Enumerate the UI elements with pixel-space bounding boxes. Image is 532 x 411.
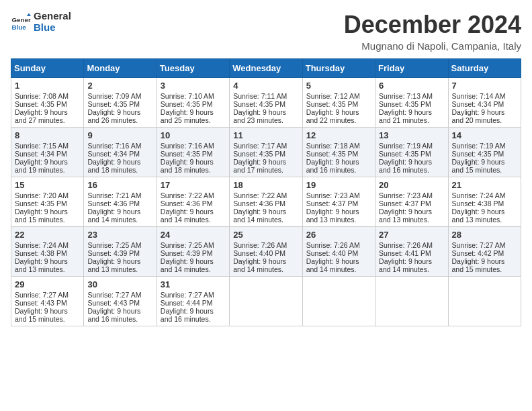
sunrise-text: Sunrise: 7:27 AM bbox=[15, 291, 69, 299]
sunset-text: Sunset: 4:35 PM bbox=[379, 100, 431, 108]
daylight-text: Daylight: 9 hours and 26 minutes. bbox=[87, 108, 140, 124]
daylight-text: Daylight: 9 hours and 14 minutes. bbox=[87, 208, 140, 224]
daylight-text: Daylight: 9 hours and 17 minutes. bbox=[233, 158, 286, 174]
calendar-cell: 24Sunrise: 7:25 AMSunset: 4:39 PMDayligh… bbox=[157, 227, 229, 277]
calendar-week-row: 15Sunrise: 7:20 AMSunset: 4:35 PMDayligh… bbox=[11, 177, 521, 227]
calendar-cell: 12Sunrise: 7:18 AMSunset: 4:35 PMDayligh… bbox=[302, 128, 375, 177]
sunset-text: Sunset: 4:35 PM bbox=[87, 100, 140, 108]
daylight-text: Daylight: 9 hours and 15 minutes. bbox=[15, 208, 68, 224]
calendar-cell: 7Sunrise: 7:14 AMSunset: 4:34 PMDaylight… bbox=[448, 78, 521, 128]
calendar-cell: 17Sunrise: 7:22 AMSunset: 4:36 PMDayligh… bbox=[157, 177, 229, 227]
day-number: 10 bbox=[161, 130, 226, 140]
day-number: 24 bbox=[161, 230, 226, 240]
sunrise-text: Sunrise: 7:22 AM bbox=[161, 191, 214, 199]
calendar-cell: 21Sunrise: 7:24 AMSunset: 4:38 PMDayligh… bbox=[448, 177, 521, 227]
svg-text:Blue: Blue bbox=[12, 23, 27, 30]
header-day-tuesday: Tuesday bbox=[157, 59, 229, 78]
calendar-cell bbox=[230, 277, 302, 326]
calendar-cell: 22Sunrise: 7:24 AMSunset: 4:38 PMDayligh… bbox=[11, 227, 84, 277]
sunset-text: Sunset: 4:35 PM bbox=[233, 100, 285, 108]
sunrise-text: Sunrise: 7:27 AM bbox=[87, 291, 141, 299]
daylight-text: Daylight: 9 hours and 14 minutes. bbox=[379, 257, 432, 273]
calendar-table: SundayMondayTuesdayWednesdayThursdayFrid… bbox=[11, 58, 521, 326]
calendar-header-row: SundayMondayTuesdayWednesdayThursdayFrid… bbox=[11, 59, 521, 78]
sunrise-text: Sunrise: 7:19 AM bbox=[452, 142, 506, 150]
day-number: 3 bbox=[161, 81, 226, 91]
logo-text-line2: Blue bbox=[34, 22, 71, 34]
daylight-text: Daylight: 9 hours and 22 minutes. bbox=[306, 108, 359, 124]
calendar-cell: 20Sunrise: 7:23 AMSunset: 4:37 PMDayligh… bbox=[375, 177, 448, 227]
sunrise-text: Sunrise: 7:16 AM bbox=[87, 142, 141, 150]
calendar-cell: 8Sunrise: 7:15 AMSunset: 4:34 PMDaylight… bbox=[11, 128, 84, 177]
day-number: 27 bbox=[379, 230, 444, 240]
day-number: 31 bbox=[161, 279, 226, 289]
calendar-cell: 14Sunrise: 7:19 AMSunset: 4:35 PMDayligh… bbox=[448, 128, 521, 177]
header-day-wednesday: Wednesday bbox=[230, 59, 302, 78]
sunset-text: Sunset: 4:41 PM bbox=[379, 249, 431, 257]
sunrise-text: Sunrise: 7:09 AM bbox=[87, 92, 141, 100]
calendar-cell: 4Sunrise: 7:11 AMSunset: 4:35 PMDaylight… bbox=[230, 78, 302, 128]
day-number: 1 bbox=[15, 81, 80, 91]
sunrise-text: Sunrise: 7:26 AM bbox=[306, 241, 360, 249]
logo-text-line1: General bbox=[34, 11, 71, 22]
logo: General Blue General Blue bbox=[11, 11, 71, 33]
daylight-text: Daylight: 9 hours and 16 minutes. bbox=[306, 158, 359, 174]
sunset-text: Sunset: 4:39 PM bbox=[87, 249, 140, 257]
sunset-text: Sunset: 4:35 PM bbox=[15, 199, 67, 208]
daylight-text: Daylight: 9 hours and 16 minutes. bbox=[87, 307, 140, 323]
daylight-text: Daylight: 9 hours and 13 minutes. bbox=[15, 257, 68, 273]
sunset-text: Sunset: 4:34 PM bbox=[15, 150, 67, 158]
sunset-text: Sunset: 4:42 PM bbox=[452, 249, 504, 257]
sunrise-text: Sunrise: 7:23 AM bbox=[379, 191, 433, 199]
sunset-text: Sunset: 4:35 PM bbox=[233, 150, 285, 158]
calendar-cell: 27Sunrise: 7:26 AMSunset: 4:41 PMDayligh… bbox=[375, 227, 448, 277]
calendar-cell: 28Sunrise: 7:27 AMSunset: 4:42 PMDayligh… bbox=[448, 227, 521, 277]
calendar-cell: 26Sunrise: 7:26 AMSunset: 4:40 PMDayligh… bbox=[302, 227, 375, 277]
day-number: 8 bbox=[15, 130, 80, 140]
sunset-text: Sunset: 4:39 PM bbox=[161, 249, 213, 257]
sunrise-text: Sunrise: 7:19 AM bbox=[379, 142, 433, 150]
sunset-text: Sunset: 4:40 PM bbox=[306, 249, 359, 257]
calendar-cell: 9Sunrise: 7:16 AMSunset: 4:34 PMDaylight… bbox=[84, 128, 157, 177]
daylight-text: Daylight: 9 hours and 21 minutes. bbox=[379, 108, 432, 124]
sunset-text: Sunset: 4:36 PM bbox=[161, 199, 213, 208]
calendar-week-row: 8Sunrise: 7:15 AMSunset: 4:34 PMDaylight… bbox=[11, 128, 521, 177]
daylight-text: Daylight: 9 hours and 14 minutes. bbox=[233, 257, 286, 273]
day-number: 20 bbox=[379, 180, 444, 190]
location-subtitle: Mugnano di Napoli, Campania, Italy bbox=[344, 40, 521, 52]
sunset-text: Sunset: 4:43 PM bbox=[87, 299, 140, 307]
sunrise-text: Sunrise: 7:14 AM bbox=[452, 92, 506, 100]
day-number: 18 bbox=[233, 180, 298, 190]
sunrise-text: Sunrise: 7:22 AM bbox=[233, 191, 287, 199]
calendar-cell: 19Sunrise: 7:23 AMSunset: 4:37 PMDayligh… bbox=[302, 177, 375, 227]
sunset-text: Sunset: 4:37 PM bbox=[306, 199, 359, 208]
day-number: 4 bbox=[233, 81, 298, 91]
calendar-cell: 6Sunrise: 7:13 AMSunset: 4:35 PMDaylight… bbox=[375, 78, 448, 128]
daylight-text: Daylight: 9 hours and 14 minutes. bbox=[161, 257, 214, 273]
daylight-text: Daylight: 9 hours and 15 minutes. bbox=[15, 307, 68, 323]
daylight-text: Daylight: 9 hours and 13 minutes. bbox=[87, 257, 140, 273]
sunrise-text: Sunrise: 7:21 AM bbox=[87, 191, 141, 199]
sunrise-text: Sunrise: 7:15 AM bbox=[15, 142, 69, 150]
daylight-text: Daylight: 9 hours and 18 minutes. bbox=[87, 158, 140, 174]
daylight-text: Daylight: 9 hours and 13 minutes. bbox=[306, 208, 359, 224]
daylight-text: Daylight: 9 hours and 19 minutes. bbox=[15, 158, 68, 174]
sunrise-text: Sunrise: 7:18 AM bbox=[306, 142, 360, 150]
calendar-cell: 31Sunrise: 7:27 AMSunset: 4:44 PMDayligh… bbox=[157, 277, 229, 326]
sunset-text: Sunset: 4:37 PM bbox=[379, 199, 431, 208]
sunset-text: Sunset: 4:34 PM bbox=[87, 150, 140, 158]
daylight-text: Daylight: 9 hours and 23 minutes. bbox=[233, 108, 286, 124]
sunrise-text: Sunrise: 7:23 AM bbox=[306, 191, 360, 199]
day-number: 26 bbox=[306, 230, 371, 240]
day-number: 16 bbox=[87, 180, 152, 190]
calendar-cell: 25Sunrise: 7:26 AMSunset: 4:40 PMDayligh… bbox=[230, 227, 302, 277]
calendar-body: 1Sunrise: 7:08 AMSunset: 4:35 PMDaylight… bbox=[11, 78, 521, 326]
sunrise-text: Sunrise: 7:25 AM bbox=[161, 241, 214, 249]
month-title: December 2024 bbox=[344, 11, 521, 39]
calendar-cell: 5Sunrise: 7:12 AMSunset: 4:35 PMDaylight… bbox=[302, 78, 375, 128]
calendar-week-row: 22Sunrise: 7:24 AMSunset: 4:38 PMDayligh… bbox=[11, 227, 521, 277]
day-number: 21 bbox=[452, 180, 517, 190]
sunrise-text: Sunrise: 7:11 AM bbox=[233, 92, 287, 100]
sunset-text: Sunset: 4:35 PM bbox=[15, 100, 67, 108]
header-day-saturday: Saturday bbox=[448, 59, 521, 78]
